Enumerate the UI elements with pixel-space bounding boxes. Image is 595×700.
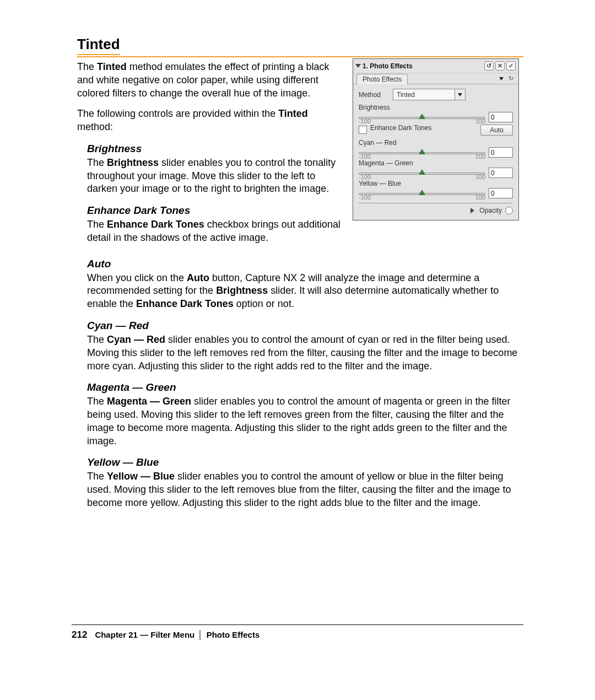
panel-header[interactable]: 1. Photo Effects ↺ ✕ ✓	[353, 59, 518, 73]
enhance-dark-tones-checkbox[interactable]	[359, 126, 367, 134]
apply-icon[interactable]: ✓	[506, 61, 516, 71]
intro-paragraph-1: The Tinted method emulates the effect of…	[77, 61, 343, 100]
photo-effects-panel: 1. Photo Effects ↺ ✕ ✓ Photo Effects ↻ M…	[353, 58, 519, 220]
method-dropdown[interactable]: Tinted	[393, 89, 466, 100]
title-rule	[77, 56, 523, 57]
tab-menu-icon[interactable]	[499, 77, 504, 80]
footer-section: Photo Effects	[207, 630, 260, 639]
yellow-blue-slider-label: Yellow — Blue	[359, 180, 513, 187]
expand-opacity-icon[interactable]	[470, 208, 474, 213]
opacity-label: Opacity	[479, 207, 502, 214]
footer-chapter: Chapter 21 — Filter Menu	[95, 630, 194, 639]
magenta-green-value[interactable]	[489, 168, 513, 178]
slider-handle[interactable]	[419, 114, 425, 119]
text-enhance-dark-tones: The Enhance Dark Tones checkbox brings o…	[87, 218, 343, 245]
page-footer: 212 Chapter 21 — Filter Menu │ Photo Eff…	[72, 624, 523, 640]
slider-handle[interactable]	[419, 190, 425, 195]
tab-reset-icon[interactable]: ↻	[507, 74, 515, 83]
heading-magenta-green: Magenta — Green	[87, 380, 523, 394]
cyan-red-slider-label: Cyan — Red	[359, 139, 513, 147]
text-cyan-red: The Cyan — Red slider enables you to con…	[87, 333, 523, 373]
reset-icon[interactable]: ↺	[484, 61, 494, 71]
opacity-radio[interactable]	[505, 207, 513, 214]
page-number: 212	[72, 629, 87, 640]
yellow-blue-value[interactable]	[489, 188, 513, 198]
slider-handle[interactable]	[419, 149, 425, 154]
cyan-red-slider[interactable]: -100 100	[359, 149, 485, 157]
heading-yellow-blue: Yellow — Blue	[87, 455, 523, 469]
method-value: Tinted	[393, 91, 455, 99]
section-title: Tinted	[77, 36, 120, 55]
chevron-down-icon[interactable]	[455, 89, 465, 100]
tab-photo-effects[interactable]: Photo Effects	[356, 74, 408, 84]
enhance-dark-tones-label: Enhance Dark Tones	[370, 125, 477, 132]
delete-icon[interactable]: ✕	[495, 61, 505, 71]
heading-brightness: Brightness	[87, 142, 343, 155]
brightness-slider-label: Brightness	[359, 104, 513, 111]
text-auto: When you click on the Auto button, Captu…	[87, 272, 523, 311]
auto-button[interactable]: Auto	[480, 125, 513, 136]
text-magenta-green: The Magenta — Green slider enables you t…	[87, 395, 523, 448]
collapse-icon[interactable]	[355, 64, 361, 68]
heading-auto: Auto	[87, 257, 523, 271]
yellow-blue-slider[interactable]: -100 100	[359, 190, 485, 197]
text-brightness: The Brightness slider enables you to con…	[87, 157, 343, 196]
magenta-green-slider[interactable]: -100 100	[359, 169, 485, 177]
panel-title: 1. Photo Effects	[363, 62, 413, 70]
brightness-slider[interactable]: -100 100	[359, 114, 485, 121]
text-yellow-blue: The Yellow — Blue slider enables you to …	[87, 470, 523, 509]
slider-handle[interactable]	[419, 169, 425, 175]
heading-enhance-dark-tones: Enhance Dark Tones	[87, 203, 343, 217]
intro-paragraph-2: The following controls are provided with…	[77, 107, 343, 134]
heading-cyan-red: Cyan — Red	[87, 319, 523, 332]
cyan-red-value[interactable]	[489, 147, 513, 158]
brightness-value[interactable]	[489, 112, 513, 122]
method-label: Method	[359, 91, 388, 99]
magenta-green-slider-label: Magenta — Green	[359, 159, 513, 167]
